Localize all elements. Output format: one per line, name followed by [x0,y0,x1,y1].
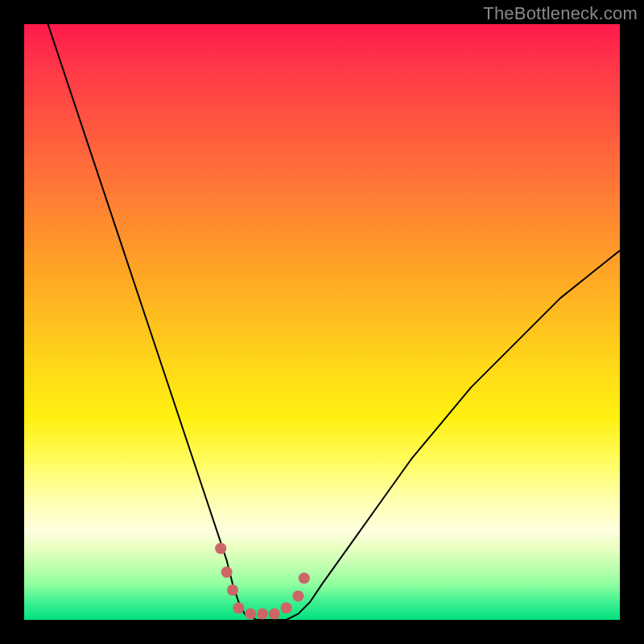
marker-dot [257,609,268,620]
chart-svg [24,24,620,620]
curve-path [48,24,620,620]
marker-dot [269,609,280,620]
marker-dot [299,572,310,584]
marker-dot [245,609,256,620]
plot-area [24,24,620,620]
marker-dot [227,584,238,596]
chart-frame: TheBottleneck.com [0,0,644,644]
marker-dot [221,567,233,578]
marker-dot [233,602,244,613]
marker-dot [215,543,226,554]
watermark-text: TheBottleneck.com [483,3,638,24]
marker-dot [292,590,303,601]
marker-dot [281,602,292,613]
series-container [48,24,620,620]
